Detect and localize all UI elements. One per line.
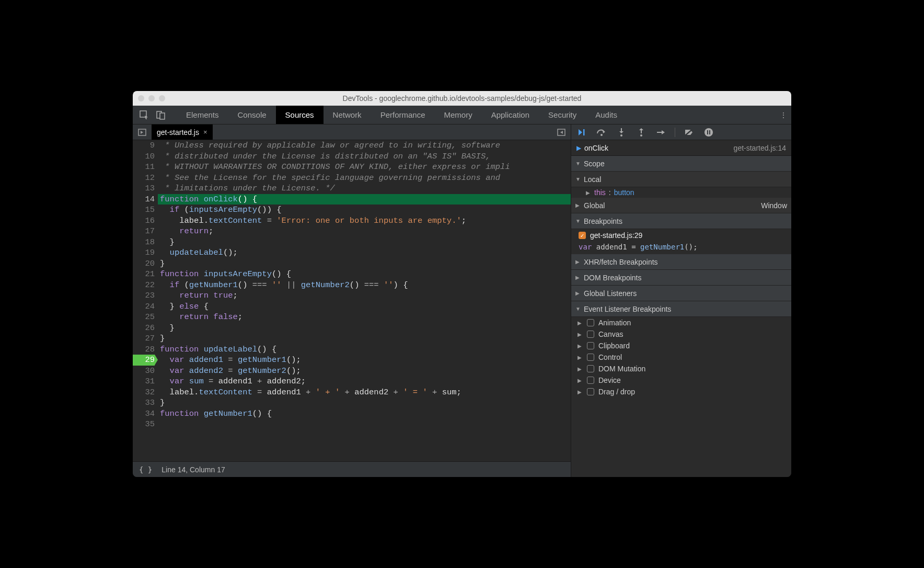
gutter-line[interactable]: 22 [133,280,155,291]
device-toolbar-icon[interactable] [153,106,169,124]
gutter-line[interactable]: 33 [133,397,155,408]
gutter-line[interactable]: 15 [133,205,155,215]
code-line[interactable]: * distributed under the License is distr… [158,151,571,162]
show-navigator-icon[interactable] [133,124,152,140]
code-line[interactable]: function updateLabel() { [158,344,571,355]
resume-button[interactable] [575,126,588,139]
call-stack-row[interactable]: ▶ onClick get-started.js:14 [571,140,791,156]
main-tab-memory[interactable]: Memory [435,106,482,124]
scope-variable-this[interactable]: ▶ this: button [571,187,791,198]
event-category-checkbox[interactable] [587,365,594,372]
event-category[interactable]: ▶Animation [571,317,791,328]
code-line[interactable]: updateLabel(); [158,247,571,258]
file-tab[interactable]: get-started.js × [152,124,213,140]
xhr-breakpoints-header[interactable]: ▶XHR/fetch Breakpoints [571,254,791,270]
gutter-line[interactable]: 13 [133,183,155,194]
gutter-line[interactable]: 24 [133,301,155,312]
gutter-line[interactable]: 20 [133,258,155,269]
main-tab-elements[interactable]: Elements [177,106,228,124]
gutter-line[interactable]: 30 [133,366,155,377]
gutter-line[interactable]: 32 [133,387,155,398]
code-line[interactable]: } [158,333,571,344]
main-tab-network[interactable]: Network [324,106,371,124]
event-category-checkbox[interactable] [587,331,594,338]
gutter-line[interactable]: 16 [133,215,155,226]
breakpoints-section-header[interactable]: ▼Breakpoints [571,213,791,229]
inspect-element-icon[interactable] [136,106,153,124]
step-out-button[interactable] [635,126,648,139]
code-line[interactable]: var addend2 = getNumber2(); [158,366,571,377]
code-line[interactable]: function onClick() { [158,194,571,205]
code-line[interactable] [158,419,571,430]
show-debugger-icon[interactable] [552,124,571,140]
close-window-icon[interactable] [138,95,144,101]
gutter-line[interactable]: 23 [133,290,155,301]
main-tab-application[interactable]: Application [482,106,539,124]
format-code-icon[interactable]: { } [139,465,152,474]
code-line[interactable]: } [158,258,571,269]
code-line[interactable]: * limitations under the License. */ [158,183,571,194]
global-scope-header[interactable]: ▶Global Window [571,198,791,213]
code-line[interactable]: var addend1 = getNumber1(); [158,355,571,366]
scope-section-header[interactable]: ▼Scope [571,156,791,172]
event-category-checkbox[interactable] [587,377,594,384]
gutter-line[interactable]: 10 [133,151,155,162]
main-tab-console[interactable]: Console [228,106,276,124]
main-tab-audits[interactable]: Audits [586,106,627,124]
global-listeners-header[interactable]: ▶Global Listeners [571,286,791,301]
gutter-line[interactable]: 34 [133,408,155,419]
code-line[interactable]: * Unless required by applicable law or a… [158,140,571,151]
breakpoint-checkbox[interactable]: ✓ [579,232,586,239]
event-category[interactable]: ▶Control [571,351,791,363]
main-tab-sources[interactable]: Sources [276,106,324,124]
code-editor[interactable]: 9101112131415161718192021222324252627282… [133,140,571,461]
gutter-line[interactable]: 28 [133,344,155,355]
close-tab-icon[interactable]: × [203,128,207,136]
code-line[interactable]: return true; [158,290,571,301]
code-line[interactable]: if (getNumber1() === '' || getNumber2() … [158,280,571,291]
code-line[interactable]: function inputsAreEmpty() { [158,269,571,280]
zoom-window-icon[interactable] [159,95,165,101]
event-breakpoints-header[interactable]: ▼Event Listener Breakpoints [571,301,791,317]
step-button[interactable] [655,126,667,139]
code-line[interactable]: return; [158,226,571,237]
gutter-line[interactable]: 14 [133,194,155,205]
gutter-line[interactable]: 31 [133,376,155,387]
event-category[interactable]: ▶Canvas [571,328,791,340]
more-menu-icon[interactable]: ⋮ [776,106,791,124]
gutter-line[interactable]: 19 [133,247,155,258]
main-tab-security[interactable]: Security [539,106,586,124]
code-line[interactable]: label.textContent = 'Error: one or both … [158,215,571,226]
gutter-line[interactable]: 25 [133,312,155,323]
gutter-line[interactable]: 27 [133,333,155,344]
dom-breakpoints-header[interactable]: ▶DOM Breakpoints [571,270,791,286]
gutter-line[interactable]: 18 [133,237,155,248]
event-category-checkbox[interactable] [587,388,594,395]
code-line[interactable]: return false; [158,312,571,323]
gutter-line[interactable]: 9 [133,140,155,151]
gutter-line[interactable]: 26 [133,323,155,334]
pause-on-exceptions-button[interactable] [702,126,715,139]
breakpoint-item[interactable]: ✓ get-started.js:29 [571,229,791,242]
event-category[interactable]: ▶Drag / drop [571,386,791,397]
code-line[interactable]: } [158,323,571,334]
deactivate-breakpoints-button[interactable] [683,126,695,139]
code-line[interactable]: if (inputsAreEmpty()) { [158,205,571,215]
event-category-checkbox[interactable] [587,319,594,326]
gutter-line[interactable]: 12 [133,173,155,184]
code-line[interactable]: } else { [158,301,571,312]
code-line[interactable]: } [158,397,571,408]
main-tab-performance[interactable]: Performance [371,106,435,124]
step-over-button[interactable] [595,126,608,139]
event-category-checkbox[interactable] [587,342,594,349]
step-into-button[interactable] [615,126,628,139]
event-category[interactable]: ▶Device [571,374,791,386]
code-line[interactable]: } [158,237,571,248]
gutter-line[interactable]: 29 [133,355,155,366]
gutter-line[interactable]: 17 [133,226,155,237]
gutter-line[interactable]: 35 [133,419,155,430]
code-line[interactable]: function getNumber1() { [158,408,571,419]
code-line[interactable]: * WITHOUT WARRANTIES OR CONDITIONS OF AN… [158,162,571,173]
event-category-checkbox[interactable] [587,354,594,361]
minimize-window-icon[interactable] [148,95,155,101]
